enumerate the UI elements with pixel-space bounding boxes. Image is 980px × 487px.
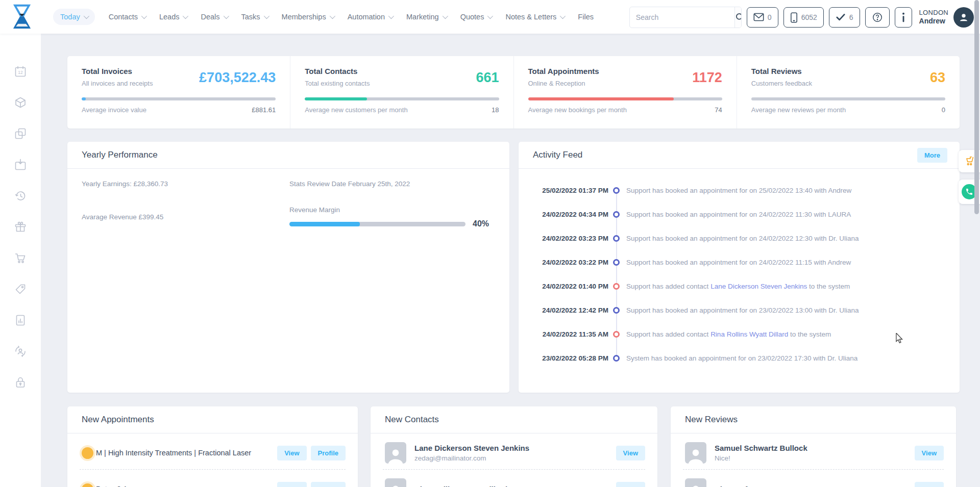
timeline-dot-icon (613, 307, 620, 314)
contact-link[interactable]: Lane Dickerson Steven Jenkins (710, 283, 807, 290)
stat-progress-track (528, 97, 722, 100)
gift-icon[interactable] (14, 221, 27, 233)
view-button[interactable]: View (277, 482, 306, 487)
activity-timestamp: 24/02/2022 03:23 PM (532, 235, 608, 242)
activity-timestamp: 24/02/2022 01:40 PM (532, 283, 608, 290)
duplicate-icon[interactable] (14, 127, 27, 140)
contact-email: zedagi@mailinator.com (414, 454, 529, 462)
account-sync-icon[interactable] (14, 345, 27, 357)
stat-progress-fill (305, 97, 367, 100)
person-placeholder-icon (387, 446, 404, 464)
activity-text: Support has booked an appointment for on… (626, 235, 859, 242)
stat-subtitle: All invoices and receipts (82, 80, 153, 87)
menu-item-deals[interactable]: Deals (201, 13, 227, 21)
person-placeholder-icon (387, 482, 404, 487)
main-menu: Today Contacts Leads Deals Tasks Members… (53, 9, 594, 25)
stat-value: 63 (930, 70, 945, 87)
menu-item-automation[interactable]: Automation (348, 13, 393, 21)
person-placeholder-icon (687, 446, 704, 464)
location-label: LONDON (919, 9, 948, 17)
panel-title: New Contacts (385, 415, 439, 425)
price-tag-icon[interactable] (14, 283, 27, 295)
search-input[interactable] (630, 13, 734, 21)
calendar-import-icon[interactable] (14, 159, 27, 171)
stat-card-total-contacts: Total Contacts Total existing contacts 6… (290, 56, 513, 129)
user-avatar[interactable] (953, 7, 974, 28)
view-button[interactable]: View (616, 446, 645, 460)
contact-row: Rina Rollins Wyatt Dillard View (371, 474, 657, 487)
menu-item-tasks[interactable]: Tasks (241, 13, 268, 21)
menu-item-today[interactable]: Today (53, 9, 95, 25)
menu-item-contacts[interactable]: Contacts (109, 13, 145, 21)
history-icon[interactable] (14, 190, 27, 202)
panel-title: Activity Feed (533, 150, 582, 160)
hourglass-logo[interactable] (11, 4, 33, 30)
menu-label: Deals (201, 13, 219, 21)
cart-icon[interactable] (14, 252, 27, 264)
timeline-dot-icon (613, 283, 620, 290)
reviewer-avatar (685, 478, 706, 487)
phone-counter-button[interactable]: 6052 (783, 7, 824, 28)
mail-counter-button[interactable]: 0 (747, 7, 778, 28)
row-divider (683, 469, 944, 470)
appointment-name: M | High Intensity Treatments | Fraction… (96, 449, 251, 457)
page-scrollbar-thumb[interactable] (974, 0, 979, 214)
stat-card-total-invoices: Total Invoices All invoices and receipts… (67, 56, 290, 129)
lock-icon[interactable] (14, 376, 27, 389)
revenue-margin-percent: 40% (473, 219, 489, 228)
menu-item-memberships[interactable]: Memberships (282, 13, 334, 21)
tasks-counter-button[interactable]: 6 (829, 7, 860, 28)
phone-icon (965, 188, 973, 196)
view-button[interactable]: View (915, 482, 944, 487)
stat-card-total-appointments: Total Appointments Online & Reception 11… (514, 56, 737, 129)
stat-progress-track (751, 97, 945, 100)
calendar-icon[interactable]: 12 (14, 65, 27, 78)
stat-subtitle: Online & Reception (528, 80, 599, 87)
panel-title: Yearly Performance (82, 150, 158, 160)
chevron-down-icon (183, 13, 188, 19)
panel-title: New Appointments (82, 415, 154, 425)
info-button[interactable] (895, 7, 912, 28)
contact-avatar (385, 478, 406, 487)
view-button[interactable]: View (277, 446, 306, 460)
person-icon (958, 12, 969, 23)
profile-button[interactable]: Profile (311, 446, 346, 460)
menu-label: Leads (159, 13, 180, 21)
menu-item-notes-letters[interactable]: Notes & Letters (505, 13, 564, 21)
stat-title: Total Contacts (305, 67, 370, 75)
menu-item-quotes[interactable]: Quotes (460, 13, 492, 21)
menu-item-leads[interactable]: Leads (159, 13, 187, 21)
stat-title: Total Reviews (751, 67, 812, 75)
review-comment: Nice! (715, 454, 807, 462)
stat-footer-label: Average new reviews per month (751, 106, 846, 114)
top-navigation-bar: Today Contacts Leads Deals Tasks Members… (0, 0, 980, 34)
stat-footer-label: Average invoice value (82, 106, 146, 114)
menu-item-marketing[interactable]: Marketing (406, 13, 447, 21)
new-contacts-panel: New Contacts Lane Dickerson Steven Jenki… (371, 406, 657, 487)
chevron-down-icon (141, 13, 147, 19)
package-icon[interactable] (14, 96, 27, 109)
help-button[interactable] (865, 7, 890, 28)
profile-button[interactable]: Profile (311, 482, 346, 487)
activity-text: Support has booked an appointment for on… (626, 259, 851, 266)
menu-label: Today (60, 13, 80, 21)
more-button[interactable]: More (917, 148, 947, 163)
view-button[interactable]: View (915, 446, 944, 460)
search-button[interactable] (734, 7, 742, 28)
chevron-down-icon (83, 13, 89, 19)
new-reviews-panel: New Reviews Samuel Schwartz Bullock Nice… (671, 406, 956, 487)
view-button[interactable]: View (616, 482, 645, 487)
menu-item-files[interactable]: Files (578, 13, 594, 21)
activity-entry: 24/02/2022 01:40 PM Support has added co… (519, 274, 960, 298)
menu-label: Memberships (282, 13, 326, 21)
menu-label: Marketing (406, 13, 439, 21)
report-icon[interactable] (14, 314, 27, 326)
contact-name: Lane Dickerson Steven Jenkins (414, 444, 529, 452)
appointment-avatar (82, 447, 93, 459)
contact-name: Rina Rollins Wyatt Dillard (414, 485, 507, 487)
activity-timestamp: 24/02/2022 12:42 PM (532, 306, 608, 314)
activity-timestamp: 24/02/2022 03:22 PM (532, 259, 608, 266)
stat-footer-value: 0 (942, 106, 945, 114)
contact-link[interactable]: Rina Rollins Wyatt Dillard (710, 330, 788, 338)
row-divider (80, 469, 346, 470)
